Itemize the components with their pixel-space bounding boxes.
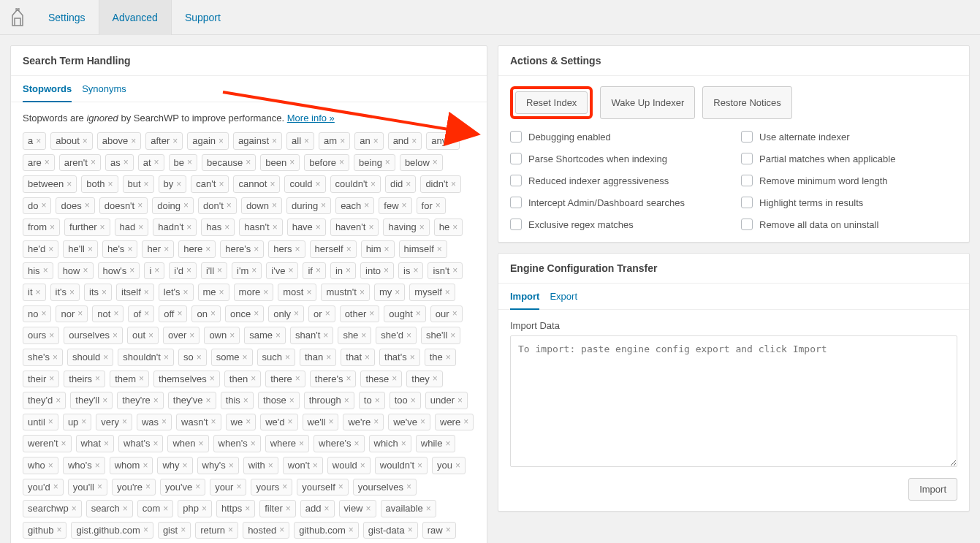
stopword-tag[interactable]: wasn't× [176, 414, 221, 431]
remove-tag-icon[interactable]: × [416, 308, 421, 319]
remove-tag-icon[interactable]: × [272, 200, 277, 210]
stopword-tag[interactable]: aren't× [59, 154, 101, 172]
remove-tag-icon[interactable]: × [385, 157, 390, 167]
stopword-tag[interactable]: or× [308, 305, 335, 323]
stopword-tag[interactable]: about× [50, 132, 93, 150]
stopword-tag[interactable]: not× [92, 305, 124, 323]
stopword-tag[interactable]: before× [304, 154, 349, 172]
remove-tag-icon[interactable]: × [361, 330, 366, 341]
stopword-tag[interactable]: i'll× [201, 262, 227, 280]
stopword-tag[interactable]: after× [145, 132, 183, 150]
remove-tag-icon[interactable]: × [36, 287, 41, 297]
import-textarea[interactable] [510, 335, 957, 467]
remove-tag-icon[interactable]: × [273, 222, 278, 232]
remove-tag-icon[interactable]: × [88, 244, 93, 254]
remove-tag-icon[interactable]: × [97, 482, 102, 492]
more-info-link[interactable]: More info » [287, 113, 335, 124]
stopword-tag[interactable]: he'd× [23, 240, 58, 258]
stopword-tag[interactable]: where's× [314, 435, 364, 452]
stopword-tag[interactable]: theirs× [64, 371, 105, 388]
stopword-tag[interactable]: yourselves× [353, 479, 417, 496]
remove-tag-icon[interactable]: × [413, 265, 418, 276]
stopword-tag[interactable]: then× [224, 371, 261, 388]
stopword-tag[interactable]: been× [260, 154, 300, 172]
nav-tab-support[interactable]: Support [172, 0, 234, 35]
stopword-tag[interactable]: if× [303, 262, 326, 280]
stopword-tag[interactable]: own× [204, 327, 240, 344]
remove-tag-icon[interactable]: × [154, 157, 159, 167]
remove-tag-icon[interactable]: × [324, 504, 329, 514]
stopword-tag[interactable]: return× [195, 522, 238, 539]
remove-tag-icon[interactable]: × [219, 179, 224, 189]
remove-tag-icon[interactable]: × [210, 308, 216, 319]
stopword-tag[interactable]: on× [191, 305, 220, 323]
wake-up-indexer-button[interactable]: Wake Up Indexer [600, 86, 695, 119]
remove-tag-icon[interactable]: × [306, 287, 311, 297]
remove-tag-icon[interactable]: × [148, 330, 153, 341]
stopword-tag[interactable]: did× [385, 175, 416, 193]
stopword-tag[interactable]: off× [159, 305, 187, 323]
stopword-tag[interactable]: each× [335, 197, 374, 215]
stopword-tag[interactable]: i'd× [169, 262, 197, 280]
stopword-tag[interactable]: that× [341, 349, 375, 366]
stopword-tag[interactable]: you'd× [23, 479, 64, 496]
remove-tag-icon[interactable]: × [143, 525, 148, 535]
remove-tag-icon[interactable]: × [445, 438, 450, 449]
remove-tag-icon[interactable]: × [113, 330, 118, 341]
stopword-tag[interactable]: her× [142, 240, 174, 258]
remove-tag-icon[interactable]: × [463, 417, 468, 427]
remove-tag-icon[interactable]: × [181, 525, 186, 535]
stopword-tag[interactable]: has× [201, 219, 235, 236]
remove-tag-icon[interactable]: × [187, 157, 192, 167]
remove-tag-icon[interactable]: × [316, 265, 321, 276]
remove-tag-icon[interactable]: × [457, 395, 463, 406]
stopword-tag[interactable]: here's× [220, 240, 264, 258]
stopword-tag[interactable]: few× [379, 197, 411, 215]
remove-tag-icon[interactable]: × [426, 504, 431, 514]
remove-tag-icon[interactable]: × [153, 438, 158, 449]
stopword-tag[interactable]: yours× [251, 479, 292, 496]
remove-tag-icon[interactable]: × [417, 460, 422, 471]
stopword-tag[interactable]: hadn't× [153, 219, 197, 236]
remove-tag-icon[interactable]: × [384, 265, 389, 276]
remove-tag-icon[interactable]: × [95, 460, 100, 471]
remove-tag-icon[interactable]: × [246, 417, 251, 427]
setting-checkbox[interactable]: Intercept Admin/Dashboard searches [510, 197, 726, 208]
remove-tag-icon[interactable]: × [276, 330, 281, 341]
stopword-tag[interactable]: you× [432, 457, 466, 474]
remove-tag-icon[interactable]: × [286, 504, 291, 514]
stopword-tag[interactable]: below× [400, 154, 443, 172]
remove-tag-icon[interactable]: × [176, 179, 181, 189]
setting-checkbox[interactable]: Highlight terms in results [741, 197, 957, 208]
stopword-tag[interactable]: why× [157, 457, 192, 474]
stopword-tag[interactable]: it's× [50, 284, 80, 301]
stopword-tag[interactable]: php× [178, 500, 212, 517]
subtab-synonyms[interactable]: Synonyms [82, 83, 126, 102]
stopword-tag[interactable]: can't× [191, 175, 229, 193]
remove-tag-icon[interactable]: × [437, 244, 442, 254]
stopword-tag[interactable]: github× [23, 522, 67, 539]
remove-tag-icon[interactable]: × [282, 482, 287, 492]
stopword-tag[interactable]: most× [278, 284, 316, 301]
stopword-tag[interactable]: my× [374, 284, 405, 301]
stopword-tag[interactable]: ought× [384, 305, 426, 323]
remove-tag-icon[interactable]: × [344, 395, 349, 406]
remove-tag-icon[interactable]: × [205, 244, 210, 254]
stopword-tag[interactable]: https× [216, 500, 255, 517]
stopword-tag[interactable]: were× [435, 414, 474, 431]
stopword-tag[interactable]: during× [286, 197, 331, 215]
stopword-tag[interactable]: don't× [198, 197, 237, 215]
stopword-tag[interactable]: at× [138, 154, 164, 172]
remove-tag-icon[interactable]: × [227, 200, 232, 210]
stopword-tag[interactable]: add× [300, 500, 335, 517]
stopword-tag[interactable]: any× [426, 132, 460, 150]
stopword-tag[interactable]: he's× [102, 240, 137, 258]
remove-tag-icon[interactable]: × [104, 438, 109, 449]
remove-tag-icon[interactable]: × [122, 417, 127, 427]
stopword-tag[interactable]: haven't× [330, 219, 379, 236]
remove-tag-icon[interactable]: × [72, 504, 77, 514]
remove-tag-icon[interactable]: × [245, 504, 250, 514]
stopword-tag[interactable]: no× [23, 305, 51, 323]
remove-tag-icon[interactable]: × [53, 352, 58, 362]
stopword-tag[interactable]: raw× [422, 522, 456, 539]
